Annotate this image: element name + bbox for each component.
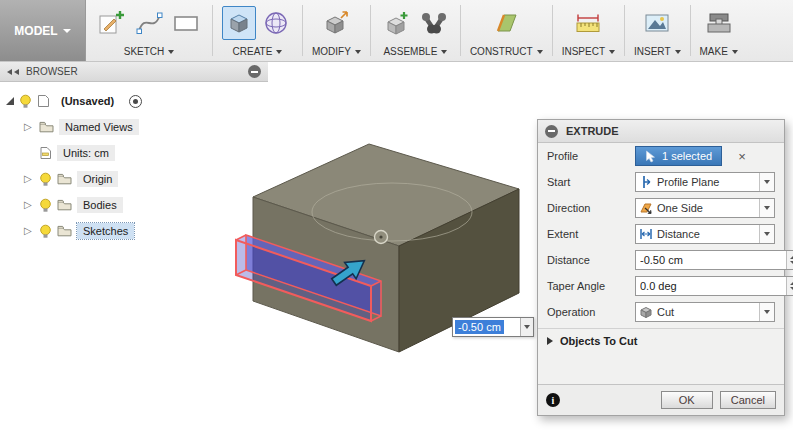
profile-label: Profile [547,150,631,162]
direction-select[interactable]: One Side [635,198,775,218]
start-label: Start [547,176,631,188]
dimension-value[interactable]: -0.50 cm [455,320,504,334]
tree-row-origin[interactable]: ▷ Origin [0,166,268,192]
lightbulb-icon[interactable] [39,224,52,239]
press-pull-button[interactable] [319,6,353,40]
inspect-menu[interactable]: INSPECT [562,46,615,57]
create-sketch-button[interactable] [95,6,129,40]
lightbulb-icon[interactable] [19,94,32,109]
measure-button[interactable] [571,6,605,40]
make-menu[interactable]: MAKE [700,46,738,57]
spline-icon [135,8,163,38]
collapse-dialog-icon[interactable] [545,125,558,138]
joint-button[interactable] [417,6,451,40]
image-icon [643,10,671,36]
modify-menu[interactable]: MODIFY [312,46,361,57]
3d-print-icon [705,10,733,36]
form-sphere-icon [263,10,289,36]
tree-item-label[interactable]: Origin [77,171,118,187]
distance-field [635,250,793,270]
lightbulb-icon[interactable] [39,172,52,187]
fusion-window: -0.50 cm MODEL [0,0,793,432]
toolbar-group-sketch: SKETCH [86,0,212,61]
info-icon[interactable]: i [546,393,560,407]
clear-selection-icon[interactable]: × [738,150,746,163]
chevron-down-icon [168,50,174,54]
sketch-menu[interactable]: SKETCH [124,46,175,57]
tree-item-label[interactable]: Sketches [77,223,134,239]
toolbar: MODEL [0,0,793,62]
document-icon [37,94,50,108]
ok-button[interactable]: OK [661,391,713,409]
tree-row-sketches[interactable]: ▷ Sketches [0,218,268,244]
tree-row-bodies[interactable]: ▷ Bodies [0,192,268,218]
tree-row-units[interactable]: Units: cm [0,140,268,166]
dialog-titlebar[interactable]: EXTRUDE [538,120,784,143]
start-value: Profile Plane [657,176,755,188]
chevron-down-icon [276,50,282,54]
new-component-button[interactable] [380,6,414,40]
operation-label: Operation [547,306,631,318]
root-component-label[interactable]: (Unsaved) [55,93,120,109]
tree-item-label[interactable]: Units: cm [57,145,115,161]
distance-spinner[interactable] [786,251,793,269]
chevron-down-icon [63,29,71,33]
spline-button[interactable] [132,6,166,40]
row-operation: Operation Cut [538,299,784,325]
taper-angle-spinner[interactable] [786,277,793,295]
construct-plane-button[interactable] [489,6,523,40]
create-form-button[interactable] [259,6,293,40]
workspace-label: MODEL [14,24,57,38]
chevron-down-icon[interactable] [759,303,774,321]
tree-row-root[interactable]: (Unsaved) [0,88,268,114]
dialog-footer: i OK Cancel [538,384,784,415]
rectangle-button[interactable] [169,6,203,40]
expander-collapsed-icon[interactable]: ▷ [24,122,34,132]
extent-select[interactable]: Distance [635,224,775,244]
lightbulb-icon[interactable] [39,198,52,213]
close-browser-icon[interactable] [248,65,261,78]
insert-image-button[interactable] [640,6,674,40]
operation-select[interactable]: Cut [635,302,775,322]
dimension-dropdown-icon[interactable] [520,318,533,336]
tree-item-label[interactable]: Named Views [59,119,139,135]
objects-to-cut-label: Objects To Cut [560,335,637,347]
taper-angle-field [635,276,793,296]
cancel-button[interactable]: Cancel [720,391,776,409]
workspace-switcher[interactable]: MODEL [0,0,86,61]
chevron-down-icon[interactable] [759,173,774,191]
chevron-down-icon[interactable] [759,225,774,243]
joint-icon [420,10,448,36]
collapse-panel-icon[interactable] [7,69,19,75]
dimension-input[interactable]: -0.50 cm [452,317,534,337]
chevron-down-icon [609,50,615,54]
objects-to-cut-section[interactable]: Objects To Cut [538,328,784,353]
3d-print-button[interactable] [702,6,736,40]
activate-component-radio[interactable] [129,95,142,108]
hole-center-point[interactable] [379,235,382,238]
extrude-button[interactable] [222,6,256,40]
create-menu[interactable]: CREATE [233,46,283,57]
expander-collapsed-icon[interactable]: ▷ [24,174,34,184]
folder-icon [57,173,72,185]
construct-menu[interactable]: CONSTRUCT [470,46,543,57]
distance-input[interactable] [636,254,786,266]
toolbar-group-make: MAKE [691,0,747,61]
browser-title: BROWSER [26,66,78,77]
start-select[interactable]: Profile Plane [635,172,775,192]
assemble-menu[interactable]: ASSEMBLE [383,46,447,57]
chevron-down-icon[interactable] [759,199,774,217]
browser-tree: (Unsaved) ▷ Named Views Units: cm [0,82,268,244]
tree-item-label[interactable]: Bodies [77,197,123,213]
profile-selection-button[interactable]: 1 selected [635,146,722,166]
expander-expanded-icon[interactable] [6,97,14,105]
expander-collapsed-icon[interactable]: ▷ [24,200,34,210]
construction-plane-icon [492,10,520,36]
toolbar-group-construct: CONSTRUCT [461,0,552,61]
taper-angle-input[interactable] [636,280,786,292]
insert-menu[interactable]: INSERT [634,46,681,57]
direction-label: Direction [547,202,631,214]
tree-row-named-views[interactable]: ▷ Named Views [0,114,268,140]
create-sketch-icon [97,8,127,38]
expander-collapsed-icon[interactable]: ▷ [24,226,34,236]
